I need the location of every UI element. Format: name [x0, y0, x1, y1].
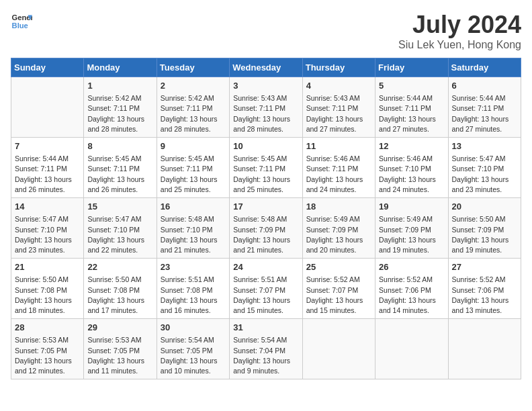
calendar-cell: 26Sunrise: 5:52 AMSunset: 7:06 PMDayligh… — [375, 259, 448, 319]
day-info: Sunrise: 5:49 AMSunset: 7:09 PMDaylight:… — [379, 214, 444, 255]
day-number: 17 — [233, 201, 298, 213]
calendar-cell: 17Sunrise: 5:48 AMSunset: 7:09 PMDayligh… — [230, 198, 302, 259]
weekday-header-friday: Friday — [375, 58, 448, 77]
calendar-cell: 25Sunrise: 5:52 AMSunset: 7:07 PMDayligh… — [302, 259, 375, 319]
calendar-cell: 9Sunrise: 5:45 AMSunset: 7:11 PMDaylight… — [157, 138, 229, 198]
day-info: Sunrise: 5:54 AMSunset: 7:04 PMDaylight:… — [233, 335, 298, 376]
calendar-cell: 20Sunrise: 5:50 AMSunset: 7:09 PMDayligh… — [448, 198, 521, 259]
day-info: Sunrise: 5:54 AMSunset: 7:05 PMDaylight:… — [161, 335, 226, 376]
calendar-week-row: 14Sunrise: 5:47 AMSunset: 7:10 PMDayligh… — [11, 198, 521, 259]
day-number: 24 — [233, 261, 298, 273]
day-number: 20 — [452, 201, 517, 213]
calendar-cell: 14Sunrise: 5:47 AMSunset: 7:10 PMDayligh… — [11, 198, 84, 259]
day-info: Sunrise: 5:52 AMSunset: 7:06 PMDaylight:… — [379, 275, 444, 316]
day-number: 13 — [452, 140, 517, 152]
day-info: Sunrise: 5:42 AMSunset: 7:11 PMDaylight:… — [87, 93, 152, 134]
day-info: Sunrise: 5:51 AMSunset: 7:08 PMDaylight:… — [161, 275, 226, 316]
weekday-header-sunday: Sunday — [11, 58, 84, 77]
month-year-title: July 2024 — [398, 11, 521, 39]
day-number: 23 — [161, 261, 226, 273]
day-info: Sunrise: 5:47 AMSunset: 7:10 PMDaylight:… — [87, 214, 152, 255]
day-number: 10 — [233, 140, 298, 152]
calendar-cell: 1Sunrise: 5:42 AMSunset: 7:11 PMDaylight… — [84, 77, 157, 138]
calendar-body: 1Sunrise: 5:42 AMSunset: 7:11 PMDaylight… — [11, 77, 521, 379]
day-info: Sunrise: 5:48 AMSunset: 7:09 PMDaylight:… — [233, 214, 298, 255]
weekday-header-monday: Monday — [84, 58, 157, 77]
day-number: 22 — [87, 261, 152, 273]
weekday-header-thursday: Thursday — [302, 58, 375, 77]
day-info: Sunrise: 5:44 AMSunset: 7:11 PMDaylight:… — [452, 93, 517, 134]
calendar-cell: 15Sunrise: 5:47 AMSunset: 7:10 PMDayligh… — [84, 198, 157, 259]
calendar-week-row: 21Sunrise: 5:50 AMSunset: 7:08 PMDayligh… — [11, 259, 521, 319]
day-number: 21 — [15, 261, 80, 273]
day-info: Sunrise: 5:50 AMSunset: 7:08 PMDaylight:… — [15, 275, 80, 316]
day-info: Sunrise: 5:46 AMSunset: 7:10 PMDaylight:… — [379, 154, 444, 195]
logo: General Blue — [11, 11, 32, 32]
day-info: Sunrise: 5:49 AMSunset: 7:09 PMDaylight:… — [306, 214, 371, 255]
page-header: General Blue July 2024 Siu Lek Yuen, Hon… — [11, 11, 521, 51]
day-info: Sunrise: 5:44 AMSunset: 7:11 PMDaylight:… — [15, 154, 80, 195]
calendar-week-row: 28Sunrise: 5:53 AMSunset: 7:05 PMDayligh… — [11, 319, 521, 379]
calendar-cell: 21Sunrise: 5:50 AMSunset: 7:08 PMDayligh… — [11, 259, 84, 319]
calendar-cell: 24Sunrise: 5:51 AMSunset: 7:07 PMDayligh… — [230, 259, 302, 319]
day-info: Sunrise: 5:46 AMSunset: 7:11 PMDaylight:… — [306, 154, 371, 195]
day-number: 14 — [15, 201, 80, 213]
calendar-cell: 23Sunrise: 5:51 AMSunset: 7:08 PMDayligh… — [157, 259, 229, 319]
weekday-header-saturday: Saturday — [448, 58, 521, 77]
day-number: 5 — [379, 80, 444, 92]
calendar-cell: 28Sunrise: 5:53 AMSunset: 7:05 PMDayligh… — [11, 319, 84, 379]
day-number: 26 — [379, 261, 444, 273]
calendar-cell: 27Sunrise: 5:52 AMSunset: 7:06 PMDayligh… — [448, 259, 521, 319]
calendar-cell — [448, 319, 521, 379]
calendar-week-row: 7Sunrise: 5:44 AMSunset: 7:11 PMDaylight… — [11, 138, 521, 198]
day-number: 19 — [379, 201, 444, 213]
calendar-cell: 8Sunrise: 5:45 AMSunset: 7:11 PMDaylight… — [84, 138, 157, 198]
day-number: 16 — [161, 201, 226, 213]
calendar-cell: 6Sunrise: 5:44 AMSunset: 7:11 PMDaylight… — [448, 77, 521, 138]
day-number: 2 — [161, 80, 226, 92]
calendar-cell: 16Sunrise: 5:48 AMSunset: 7:10 PMDayligh… — [157, 198, 229, 259]
day-info: Sunrise: 5:51 AMSunset: 7:07 PMDaylight:… — [233, 275, 298, 316]
calendar-cell — [302, 319, 375, 379]
day-info: Sunrise: 5:53 AMSunset: 7:05 PMDaylight:… — [15, 335, 80, 376]
calendar-cell: 18Sunrise: 5:49 AMSunset: 7:09 PMDayligh… — [302, 198, 375, 259]
day-info: Sunrise: 5:43 AMSunset: 7:11 PMDaylight:… — [233, 93, 298, 134]
calendar-week-row: 1Sunrise: 5:42 AMSunset: 7:11 PMDaylight… — [11, 77, 521, 138]
calendar-header: SundayMondayTuesdayWednesdayThursdayFrid… — [11, 58, 521, 77]
day-info: Sunrise: 5:47 AMSunset: 7:10 PMDaylight:… — [452, 154, 517, 195]
day-number: 3 — [233, 80, 298, 92]
day-number: 29 — [87, 322, 152, 334]
calendar-table: SundayMondayTuesdayWednesdayThursdayFrid… — [11, 58, 521, 379]
weekday-header-row: SundayMondayTuesdayWednesdayThursdayFrid… — [11, 58, 521, 77]
svg-text:Blue: Blue — [12, 21, 28, 30]
location-subtitle: Siu Lek Yuen, Hong Kong — [398, 39, 521, 51]
calendar-cell — [11, 77, 84, 138]
calendar-cell: 4Sunrise: 5:43 AMSunset: 7:11 PMDaylight… — [302, 77, 375, 138]
day-number: 31 — [233, 322, 298, 334]
day-info: Sunrise: 5:43 AMSunset: 7:11 PMDaylight:… — [306, 93, 371, 134]
day-number: 9 — [161, 140, 226, 152]
weekday-header-wednesday: Wednesday — [230, 58, 302, 77]
calendar-cell: 30Sunrise: 5:54 AMSunset: 7:05 PMDayligh… — [157, 319, 229, 379]
day-info: Sunrise: 5:45 AMSunset: 7:11 PMDaylight:… — [161, 154, 226, 195]
day-info: Sunrise: 5:45 AMSunset: 7:11 PMDaylight:… — [87, 154, 152, 195]
calendar-cell: 29Sunrise: 5:53 AMSunset: 7:05 PMDayligh… — [84, 319, 157, 379]
calendar-cell: 5Sunrise: 5:44 AMSunset: 7:11 PMDaylight… — [375, 77, 448, 138]
calendar-cell — [375, 319, 448, 379]
day-number: 1 — [87, 80, 152, 92]
day-number: 11 — [306, 140, 371, 152]
weekday-header-tuesday: Tuesday — [157, 58, 229, 77]
title-block: July 2024 Siu Lek Yuen, Hong Kong — [398, 11, 521, 51]
day-number: 12 — [379, 140, 444, 152]
day-info: Sunrise: 5:48 AMSunset: 7:10 PMDaylight:… — [161, 214, 226, 255]
day-number: 25 — [306, 261, 371, 273]
calendar-cell: 12Sunrise: 5:46 AMSunset: 7:10 PMDayligh… — [375, 138, 448, 198]
day-info: Sunrise: 5:44 AMSunset: 7:11 PMDaylight:… — [379, 93, 444, 134]
calendar-cell: 22Sunrise: 5:50 AMSunset: 7:08 PMDayligh… — [84, 259, 157, 319]
day-info: Sunrise: 5:42 AMSunset: 7:11 PMDaylight:… — [161, 93, 226, 134]
day-info: Sunrise: 5:50 AMSunset: 7:09 PMDaylight:… — [452, 214, 517, 255]
calendar-cell: 10Sunrise: 5:45 AMSunset: 7:11 PMDayligh… — [230, 138, 302, 198]
calendar-cell: 31Sunrise: 5:54 AMSunset: 7:04 PMDayligh… — [230, 319, 302, 379]
day-number: 18 — [306, 201, 371, 213]
day-info: Sunrise: 5:52 AMSunset: 7:06 PMDaylight:… — [452, 275, 517, 316]
